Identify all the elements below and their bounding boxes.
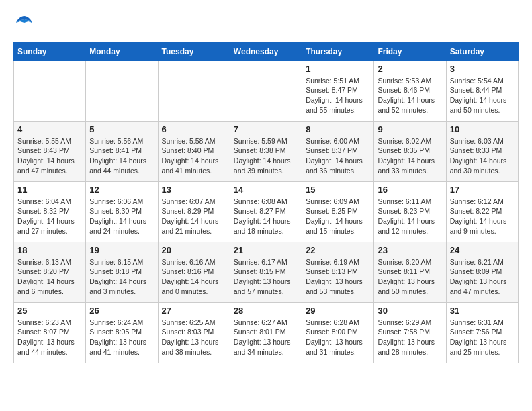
day-info: Sunrise: 5:55 AM Sunset: 8:43 PM Dayligh… xyxy=(17,136,82,176)
calendar-cell: 21Sunrise: 6:17 AM Sunset: 8:15 PM Dayli… xyxy=(230,242,302,302)
week-row-1: 1Sunrise: 5:51 AM Sunset: 8:47 PM Daylig… xyxy=(14,60,519,121)
calendar-cell: 24Sunrise: 6:21 AM Sunset: 8:09 PM Dayli… xyxy=(446,242,518,302)
day-info: Sunrise: 6:28 AM Sunset: 8:00 PM Dayligh… xyxy=(306,318,370,357)
day-number: 31 xyxy=(450,306,515,316)
day-info: Sunrise: 5:51 AM Sunset: 8:47 PM Dayligh… xyxy=(306,76,370,116)
weekday-header-monday: Monday xyxy=(86,42,158,60)
calendar-cell: 17Sunrise: 6:12 AM Sunset: 8:22 PM Dayli… xyxy=(446,181,518,242)
day-info: Sunrise: 6:03 AM Sunset: 8:33 PM Dayligh… xyxy=(450,136,515,176)
day-number: 19 xyxy=(89,245,154,255)
day-info: Sunrise: 6:16 AM Sunset: 8:16 PM Dayligh… xyxy=(162,257,226,297)
day-number: 7 xyxy=(234,124,298,134)
week-row-3: 11Sunrise: 6:04 AM Sunset: 8:32 PM Dayli… xyxy=(14,181,519,242)
calendar-cell: 18Sunrise: 6:13 AM Sunset: 8:20 PM Dayli… xyxy=(14,242,86,302)
day-number: 15 xyxy=(306,185,370,195)
page-header xyxy=(13,13,519,36)
day-number: 24 xyxy=(450,245,515,255)
calendar-cell: 1Sunrise: 5:51 AM Sunset: 8:47 PM Daylig… xyxy=(302,60,374,121)
day-number: 30 xyxy=(378,306,442,316)
day-info: Sunrise: 6:31 AM Sunset: 7:56 PM Dayligh… xyxy=(450,318,515,357)
day-info: Sunrise: 6:09 AM Sunset: 8:25 PM Dayligh… xyxy=(306,197,370,236)
day-info: Sunrise: 6:13 AM Sunset: 8:20 PM Dayligh… xyxy=(17,257,82,297)
day-info: Sunrise: 6:24 AM Sunset: 8:05 PM Dayligh… xyxy=(89,318,154,357)
calendar-cell: 20Sunrise: 6:16 AM Sunset: 8:16 PM Dayli… xyxy=(158,242,230,302)
day-info: Sunrise: 6:00 AM Sunset: 8:37 PM Dayligh… xyxy=(306,136,370,176)
calendar-cell: 27Sunrise: 6:25 AM Sunset: 8:03 PM Dayli… xyxy=(158,302,230,363)
day-number: 2 xyxy=(378,64,442,74)
day-number: 9 xyxy=(378,124,442,134)
day-info: Sunrise: 6:19 AM Sunset: 8:13 PM Dayligh… xyxy=(306,257,370,297)
calendar-cell xyxy=(158,60,230,121)
weekday-header-sunday: Sunday xyxy=(14,42,86,60)
day-number: 17 xyxy=(450,185,515,195)
day-number: 10 xyxy=(450,124,515,134)
calendar-cell: 31Sunrise: 6:31 AM Sunset: 7:56 PM Dayli… xyxy=(446,302,518,363)
weekday-header-row: SundayMondayTuesdayWednesdayThursdayFrid… xyxy=(14,42,519,60)
day-info: Sunrise: 6:06 AM Sunset: 8:30 PM Dayligh… xyxy=(89,197,154,236)
calendar-cell: 4Sunrise: 5:55 AM Sunset: 8:43 PM Daylig… xyxy=(14,121,86,181)
day-info: Sunrise: 5:58 AM Sunset: 8:40 PM Dayligh… xyxy=(162,136,226,176)
day-info: Sunrise: 6:04 AM Sunset: 8:32 PM Dayligh… xyxy=(17,197,82,236)
day-number: 4 xyxy=(17,124,82,134)
day-info: Sunrise: 6:12 AM Sunset: 8:22 PM Dayligh… xyxy=(450,197,515,236)
day-number: 20 xyxy=(162,245,226,255)
calendar-cell xyxy=(14,60,86,121)
calendar-cell: 30Sunrise: 6:29 AM Sunset: 7:58 PM Dayli… xyxy=(374,302,446,363)
day-info: Sunrise: 6:08 AM Sunset: 8:27 PM Dayligh… xyxy=(234,197,298,236)
week-row-4: 18Sunrise: 6:13 AM Sunset: 8:20 PM Dayli… xyxy=(14,242,519,302)
day-number: 13 xyxy=(162,185,226,195)
day-number: 23 xyxy=(378,245,442,255)
calendar-cell xyxy=(86,60,158,121)
calendar-cell: 15Sunrise: 6:09 AM Sunset: 8:25 PM Dayli… xyxy=(302,181,374,242)
weekday-header-tuesday: Tuesday xyxy=(158,42,230,60)
day-number: 26 xyxy=(89,306,154,316)
calendar-cell: 29Sunrise: 6:28 AM Sunset: 8:00 PM Dayli… xyxy=(302,302,374,363)
day-number: 1 xyxy=(306,64,370,74)
calendar-cell xyxy=(230,60,302,121)
week-row-5: 25Sunrise: 6:23 AM Sunset: 8:07 PM Dayli… xyxy=(14,302,519,363)
day-info: Sunrise: 5:56 AM Sunset: 8:41 PM Dayligh… xyxy=(89,136,154,176)
day-info: Sunrise: 5:54 AM Sunset: 8:44 PM Dayligh… xyxy=(450,76,515,116)
day-number: 27 xyxy=(162,306,226,316)
day-number: 14 xyxy=(234,185,298,195)
calendar-cell: 25Sunrise: 6:23 AM Sunset: 8:07 PM Dayli… xyxy=(14,302,86,363)
calendar-cell: 9Sunrise: 6:02 AM Sunset: 8:35 PM Daylig… xyxy=(374,121,446,181)
day-number: 6 xyxy=(162,124,226,134)
day-info: Sunrise: 6:25 AM Sunset: 8:03 PM Dayligh… xyxy=(162,318,226,357)
day-info: Sunrise: 6:21 AM Sunset: 8:09 PM Dayligh… xyxy=(450,257,515,297)
day-info: Sunrise: 6:17 AM Sunset: 8:15 PM Dayligh… xyxy=(234,257,298,297)
calendar-cell: 13Sunrise: 6:07 AM Sunset: 8:29 PM Dayli… xyxy=(158,181,230,242)
calendar-table: SundayMondayTuesdayWednesdayThursdayFrid… xyxy=(13,42,519,363)
calendar-cell: 23Sunrise: 6:20 AM Sunset: 8:11 PM Dayli… xyxy=(374,242,446,302)
day-info: Sunrise: 6:20 AM Sunset: 8:11 PM Dayligh… xyxy=(378,257,442,297)
calendar-cell: 28Sunrise: 6:27 AM Sunset: 8:01 PM Dayli… xyxy=(230,302,302,363)
calendar-cell: 6Sunrise: 5:58 AM Sunset: 8:40 PM Daylig… xyxy=(158,121,230,181)
day-number: 21 xyxy=(234,245,298,255)
week-row-2: 4Sunrise: 5:55 AM Sunset: 8:43 PM Daylig… xyxy=(14,121,519,181)
calendar-cell: 22Sunrise: 6:19 AM Sunset: 8:13 PM Dayli… xyxy=(302,242,374,302)
calendar-cell: 3Sunrise: 5:54 AM Sunset: 8:44 PM Daylig… xyxy=(446,60,518,121)
day-info: Sunrise: 6:27 AM Sunset: 8:01 PM Dayligh… xyxy=(234,318,298,357)
calendar-cell: 12Sunrise: 6:06 AM Sunset: 8:30 PM Dayli… xyxy=(86,181,158,242)
logo xyxy=(13,13,34,36)
logo-bird-icon xyxy=(15,13,34,32)
calendar-cell: 26Sunrise: 6:24 AM Sunset: 8:05 PM Dayli… xyxy=(86,302,158,363)
calendar-cell: 10Sunrise: 6:03 AM Sunset: 8:33 PM Dayli… xyxy=(446,121,518,181)
calendar-cell: 14Sunrise: 6:08 AM Sunset: 8:27 PM Dayli… xyxy=(230,181,302,242)
calendar-cell: 16Sunrise: 6:11 AM Sunset: 8:23 PM Dayli… xyxy=(374,181,446,242)
day-number: 25 xyxy=(17,306,82,316)
day-info: Sunrise: 5:59 AM Sunset: 8:38 PM Dayligh… xyxy=(234,136,298,176)
weekday-header-friday: Friday xyxy=(374,42,446,60)
day-number: 3 xyxy=(450,64,515,74)
day-number: 5 xyxy=(89,124,154,134)
day-info: Sunrise: 6:02 AM Sunset: 8:35 PM Dayligh… xyxy=(378,136,442,176)
day-info: Sunrise: 6:23 AM Sunset: 8:07 PM Dayligh… xyxy=(17,318,82,357)
weekday-header-wednesday: Wednesday xyxy=(230,42,302,60)
day-info: Sunrise: 5:53 AM Sunset: 8:46 PM Dayligh… xyxy=(378,76,442,116)
day-number: 11 xyxy=(17,185,82,195)
day-number: 16 xyxy=(378,185,442,195)
calendar-cell: 2Sunrise: 5:53 AM Sunset: 8:46 PM Daylig… xyxy=(374,60,446,121)
day-number: 29 xyxy=(306,306,370,316)
day-number: 22 xyxy=(306,245,370,255)
day-number: 18 xyxy=(17,245,82,255)
